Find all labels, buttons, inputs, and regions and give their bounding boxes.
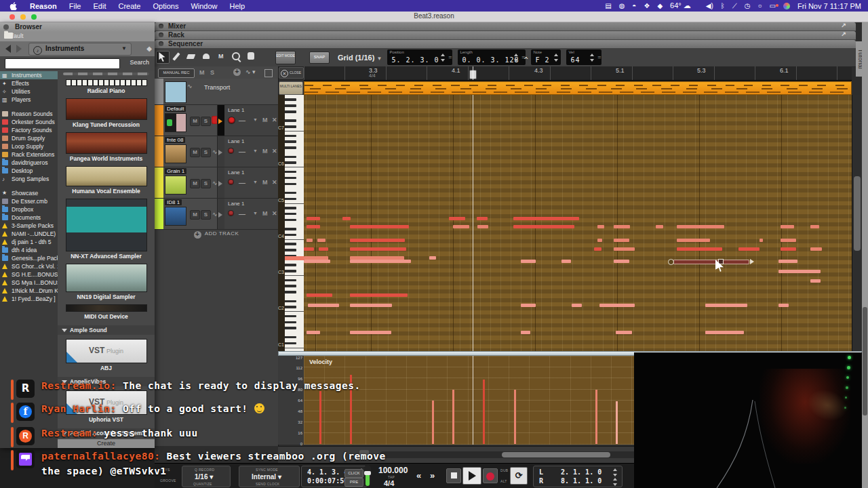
sidebar-item-dj-pain-1-dth-5[interactable]: dj pain 1 - dth 5 xyxy=(0,238,58,246)
track-mute-button[interactable]: M xyxy=(190,179,200,188)
black-key[interactable] xyxy=(285,161,296,164)
sidebar-item-instruments[interactable]: ▦Instruments xyxy=(0,71,58,79)
browser-header[interactable]: Browser xyxy=(0,22,155,32)
lane-select-arrow-icon[interactable] xyxy=(218,212,222,218)
velocity-bar[interactable] xyxy=(616,401,618,444)
collapse-triangle-icon[interactable] xyxy=(62,329,67,332)
midi-note[interactable] xyxy=(760,239,763,242)
location-icon[interactable]: ◆ xyxy=(657,0,663,12)
black-key[interactable] xyxy=(285,104,296,107)
magnify-tool[interactable] xyxy=(231,51,244,64)
vel-display[interactable]: Vel 64 = xyxy=(566,49,601,65)
stop-button[interactable] xyxy=(446,468,461,483)
midi-note[interactable] xyxy=(778,270,821,273)
black-key[interactable] xyxy=(285,315,296,318)
midi-note[interactable] xyxy=(656,225,663,228)
velocity-bar[interactable] xyxy=(319,391,321,444)
lane-record-dot[interactable] xyxy=(229,148,233,153)
lane-delete-button[interactable]: ✕ xyxy=(272,117,277,123)
device-list-item[interactable]: Humana Vocal Ensemble xyxy=(58,166,155,195)
lane-record-dot[interactable] xyxy=(229,117,235,123)
favorite-icon[interactable]: ◆ xyxy=(146,45,152,52)
midi-note[interactable] xyxy=(521,331,530,334)
midi-note[interactable] xyxy=(810,279,821,283)
mute-tool[interactable]: M xyxy=(216,51,229,64)
play-button[interactable] xyxy=(462,467,481,485)
track-mute-button[interactable]: M xyxy=(190,210,200,220)
midi-note[interactable] xyxy=(307,331,320,334)
length-stepper[interactable] xyxy=(514,54,519,62)
timeline-ruler[interactable]: 3.34/44.14.35.15.36.1 xyxy=(304,66,852,81)
midi-note[interactable] xyxy=(513,225,574,228)
pre-button[interactable]: PRE xyxy=(344,478,363,487)
black-key[interactable] xyxy=(285,285,296,287)
lane-panel[interactable]: Lane 1—▼M✕ xyxy=(224,136,278,167)
black-key[interactable] xyxy=(285,264,296,266)
midi-note[interactable] xyxy=(572,304,582,307)
midi-note[interactable] xyxy=(350,247,406,251)
midi-note[interactable] xyxy=(705,304,747,307)
note-handle-left-icon[interactable] xyxy=(668,259,674,265)
sidebar-item-sg-h-e-bonus-[interactable]: SG H.E....BONUS) xyxy=(0,270,58,279)
black-key[interactable] xyxy=(285,279,296,282)
midi-note[interactable] xyxy=(307,217,320,220)
black-key[interactable] xyxy=(285,243,296,245)
midi-note[interactable] xyxy=(563,217,577,220)
midi-note[interactable] xyxy=(477,225,488,228)
menu-window[interactable]: Window xyxy=(184,2,223,10)
device-vendor-header[interactable]: Applied Acoustics Systems xyxy=(58,428,155,438)
sidebar-item-dropbox[interactable]: Dropbox xyxy=(0,205,58,214)
device-list-item[interactable]: Pangea World Instruments xyxy=(58,132,155,162)
midi-note[interactable] xyxy=(781,247,796,251)
loop-r-stepper[interactable] xyxy=(613,478,618,486)
sequencer-detach-icon[interactable] xyxy=(159,41,163,46)
note-stepper[interactable] xyxy=(554,54,559,62)
track-solo-button[interactable]: S xyxy=(201,148,211,157)
sidebar-item-documents[interactable]: Documents xyxy=(0,214,58,222)
sidebar-item-utilities[interactable]: ✧Utilities xyxy=(0,87,58,96)
lane-select-arrow-icon[interactable] xyxy=(218,119,222,124)
keys-label[interactable]: KEYS xyxy=(160,468,170,472)
loop-l-stepper[interactable] xyxy=(613,468,618,476)
grid-dropdown[interactable]: Grid (1/16) ▼ xyxy=(338,54,382,62)
midi-note[interactable] xyxy=(350,260,411,263)
sidebar-item-1-nick-m-drum-kit[interactable]: 1!Nick M...Drum Kit xyxy=(0,287,58,295)
lane-record-dot[interactable] xyxy=(229,211,233,216)
note-handle-right-icon[interactable] xyxy=(750,259,754,264)
apple-icon[interactable] xyxy=(9,2,17,10)
black-key[interactable] xyxy=(285,135,296,138)
midi-note[interactable] xyxy=(449,217,465,220)
lane-record-dot[interactable] xyxy=(229,180,233,184)
hand-tool[interactable] xyxy=(245,51,259,64)
color-profile-icon[interactable] xyxy=(783,3,790,9)
black-key[interactable] xyxy=(285,327,296,329)
device-list-item[interactable]: VST PluginABJ xyxy=(58,339,155,371)
close-edit-mode-button[interactable]: ✕CLOSE xyxy=(279,67,304,79)
velocity-bar[interactable] xyxy=(595,390,597,444)
midi-note[interactable] xyxy=(614,247,635,251)
track-row-id8-1[interactable]: ID8 1MS∿Lane 1—▼M✕ xyxy=(155,199,278,230)
new-lane-button[interactable]: + xyxy=(233,68,241,76)
loop-button[interactable]: ⟳ xyxy=(510,467,528,485)
vertical-scrollbar[interactable] xyxy=(852,95,863,351)
snap-button[interactable]: SNAP xyxy=(309,52,330,64)
forward-button[interactable] xyxy=(16,45,22,53)
tempo-value[interactable]: 100.000 xyxy=(378,466,408,475)
midi-note[interactable] xyxy=(781,225,794,228)
lane-mute-button[interactable]: M xyxy=(262,148,268,155)
midi-note[interactable] xyxy=(738,247,760,251)
sidebar-item-rack-extensions[interactable]: Rack Extensions xyxy=(0,150,58,159)
menu-edit[interactable]: Edit xyxy=(87,2,112,10)
black-key[interactable] xyxy=(285,125,296,128)
collapse-triangle-icon[interactable] xyxy=(62,432,67,435)
track-solo-button[interactable]: S xyxy=(201,117,211,126)
midi-note[interactable] xyxy=(614,239,629,242)
sync-mode-value[interactable]: Internal ▾ xyxy=(252,473,281,481)
midi-note[interactable] xyxy=(308,304,339,307)
mixer-expand-icon[interactable]: ↗ xyxy=(841,22,846,28)
bluetooth-icon[interactable]: ᛒ xyxy=(721,0,725,12)
black-key[interactable] xyxy=(285,192,296,195)
velocity-bar[interactable] xyxy=(432,401,434,444)
device-list-item[interactable]: NN-XT Advanced Sampler xyxy=(58,199,155,260)
midi-note[interactable] xyxy=(319,247,328,251)
